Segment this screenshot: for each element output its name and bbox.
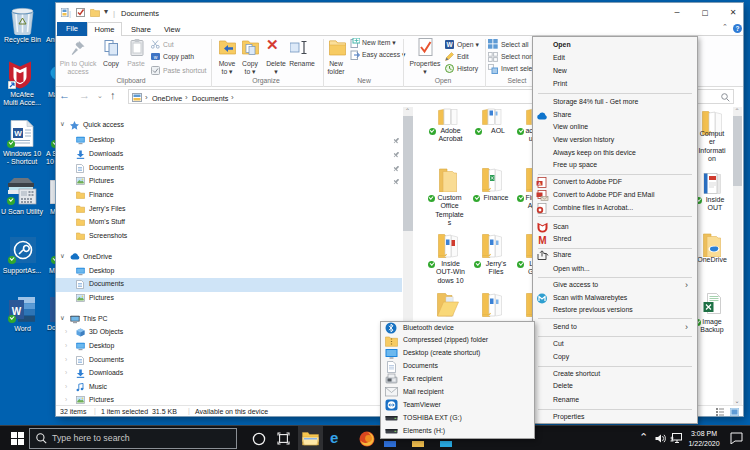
svg-text:W: W — [446, 41, 453, 48]
svg-text:M: M — [538, 235, 546, 246]
svg-text:W: W — [14, 129, 22, 138]
svg-text:A: A — [538, 180, 541, 185]
svg-text:w: w — [154, 54, 158, 60]
